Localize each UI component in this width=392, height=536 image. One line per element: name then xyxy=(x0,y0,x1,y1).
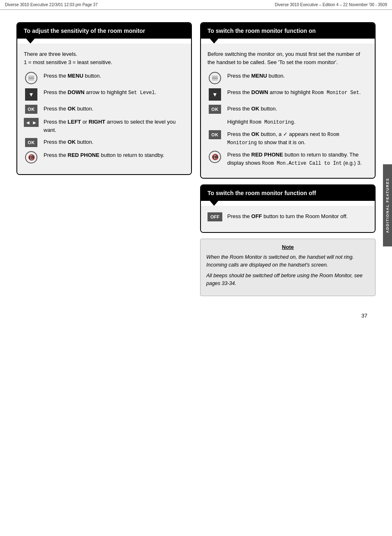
triangle-right xyxy=(209,38,219,44)
step-menu-1: Press the MENU button. xyxy=(24,72,184,84)
left-column: To adjust the sensitivity of the room mo… xyxy=(16,22,192,296)
step-text-lr: Press the LEFT or RIGHT arrows to select… xyxy=(44,118,184,134)
sensitivity-intro: There are three levels.1 = most sensitiv… xyxy=(24,50,184,66)
header-right: Diverse 3010 Executive – Edition 4 – 22 … xyxy=(275,2,387,7)
switch-off-section: To switch the room monitor function off … xyxy=(200,184,376,233)
ok-icon-2: OK xyxy=(24,138,39,147)
step-down-1: ▼ Press the DOWN arrow to highlight Set … xyxy=(24,88,184,101)
main-content: To adjust the sensitivity of the room mo… xyxy=(0,10,392,308)
on-menu-icon xyxy=(208,72,222,84)
on-step-text-menu: Press the MENU button. xyxy=(227,72,368,80)
ok-icon-1: OK xyxy=(24,105,39,114)
on-step-ok-2: OK Press the OK button, a ✓ appears next… xyxy=(208,130,368,147)
on-step-ok-1: OK Press the OK button. xyxy=(208,105,368,114)
step-text-ok-1: Press the OK button. xyxy=(44,105,184,113)
sensitivity-section-header: To adjust the sensitivity of the room mo… xyxy=(17,23,191,39)
on-step-text-highlight: Highlight Room Monitoring. xyxy=(227,118,368,126)
sensitivity-section: To adjust the sensitivity of the room mo… xyxy=(16,22,192,175)
on-ok-icon-1: OK xyxy=(208,105,222,114)
note-box: Note When the Room Monitor is switched o… xyxy=(200,239,376,296)
step-text-down-1: Press the DOWN arrow to highlight Set Le… xyxy=(44,88,184,97)
off-step: OFF Press the OFF button to turn the Roo… xyxy=(208,212,368,221)
triangle-off xyxy=(209,200,219,206)
side-tab: ADDITIONAL FEATURES xyxy=(383,164,392,246)
on-step-text-redphone: Press the RED PHONE button to return to … xyxy=(227,151,368,167)
switch-on-header: To switch the room monitor function on xyxy=(201,23,375,39)
step-redphone-1: 📵 Press the RED PHONE button to return t… xyxy=(24,151,184,163)
step-text-ok-2: Press the OK button. xyxy=(44,138,184,146)
page-header: Diverse 3010 Executive 22/3/01 12:03 pm … xyxy=(0,0,392,10)
note-para-2: All beeps should be switched off before … xyxy=(206,272,369,288)
down-icon-1: ▼ xyxy=(24,88,39,101)
redphone-icon-1: 📵 xyxy=(24,151,39,163)
on-step-text-ok-2: Press the OK button, a ✓ appears next to… xyxy=(227,130,368,147)
switch-on-section: To switch the room monitor function on B… xyxy=(200,22,376,179)
menu-icon-1 xyxy=(24,72,39,84)
off-icon: OFF xyxy=(208,212,222,221)
switch-on-body: Before switching the monitor on, you mus… xyxy=(201,44,375,178)
side-tab-label: ADDITIONAL FEATURES xyxy=(385,178,390,233)
switch-off-header: To switch the room monitor function off xyxy=(201,185,375,201)
note-para-1: When the Room Monitor is switched on, th… xyxy=(206,253,369,269)
on-down-icon: ▼ xyxy=(208,88,222,101)
step-ok-2: OK Press the OK button. xyxy=(24,138,184,147)
step-text-menu-1: Press the MENU button. xyxy=(44,72,184,80)
on-step-menu: Press the MENU button. xyxy=(208,72,368,84)
page-number: 37 xyxy=(0,308,392,323)
on-redphone-icon: 📵 xyxy=(208,151,222,163)
header-left: Diverse 3010 Executive 22/3/01 12:03 pm … xyxy=(5,2,98,7)
step-text-redphone-1: Press the RED PHONE button to return to … xyxy=(44,151,184,159)
note-title: Note xyxy=(206,244,369,250)
on-step-text-ok-1: Press the OK button. xyxy=(227,105,368,113)
right-column: To switch the room monitor function on B… xyxy=(200,22,376,296)
sensitivity-section-body: There are three levels.1 = most sensitiv… xyxy=(17,44,191,174)
lr-icon: ◄ ► xyxy=(24,118,39,127)
step-lr: ◄ ► Press the LEFT or RIGHT arrows to se… xyxy=(24,118,184,134)
step-ok-1: OK Press the OK button. xyxy=(24,105,184,114)
off-step-text: Press the OFF button to turn the Room Mo… xyxy=(227,212,368,221)
triangle-left xyxy=(25,38,35,44)
switch-off-body: OFF Press the OFF button to turn the Roo… xyxy=(201,206,375,232)
on-step-text-down: Press the DOWN arrow to highlight Room M… xyxy=(227,88,368,97)
on-step-highlight: Highlight Room Monitoring. xyxy=(208,118,368,126)
switch-on-intro: Before switching the monitor on, you mus… xyxy=(208,50,368,66)
on-step-down: ▼ Press the DOWN arrow to highlight Room… xyxy=(208,88,368,101)
on-step-redphone: 📵 Press the RED PHONE button to return t… xyxy=(208,151,368,167)
on-ok-icon-2: OK xyxy=(208,130,222,139)
